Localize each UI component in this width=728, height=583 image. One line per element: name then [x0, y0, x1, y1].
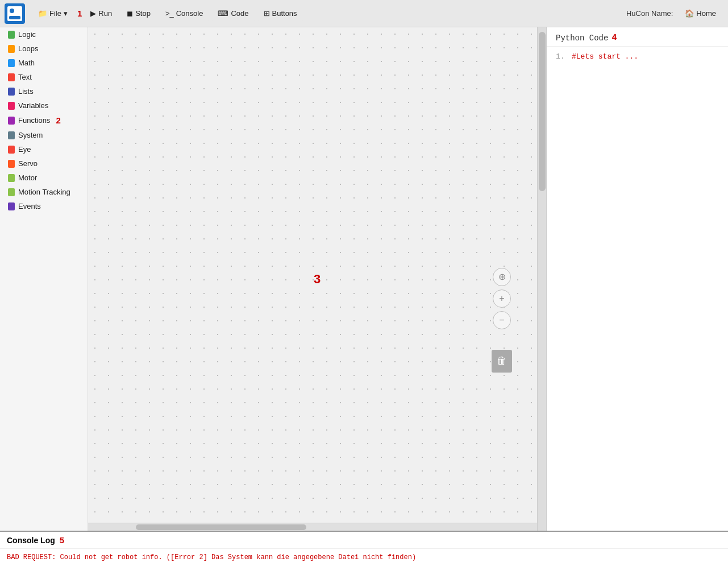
sidebar-label-functions: Functions	[18, 116, 50, 125]
workspace-wrapper: 3 ⊕ + − 🗑	[88, 27, 546, 531]
code-panel: Python Code 4 1. #Lets start ...	[546, 27, 728, 531]
code-line-text-1: #Lets start ...	[572, 52, 638, 61]
sidebar-label-text: Text	[18, 73, 32, 81]
delete-button[interactable]: 🗑	[492, 350, 512, 373]
eye-color	[8, 146, 15, 154]
run-label: Run	[98, 9, 112, 18]
toolbar-num1: 1	[77, 9, 82, 18]
python-code-title: Python Code	[556, 34, 608, 43]
sidebar-label-logic: Logic	[18, 30, 36, 39]
console-label: Console	[176, 9, 203, 18]
zoom-out-icon: −	[499, 315, 504, 325]
sidebar-label-variables: Variables	[18, 101, 48, 110]
sidebar-item-eye[interactable]: Eye	[0, 142, 88, 156]
console-body: BAD REQUEST: Could not get robot info. (…	[0, 549, 728, 583]
home-button[interactable]: 🏠 Home	[677, 6, 723, 21]
buttons-button[interactable]: ⊞ Buttons	[257, 6, 303, 21]
motor-color	[8, 174, 15, 182]
sidebar-item-motion-tracking[interactable]: Motion Tracking	[0, 185, 88, 199]
logic-color	[8, 31, 15, 39]
zoom-in-button[interactable]: +	[493, 290, 511, 308]
code-panel-num4: 4	[611, 33, 617, 43]
bottom-section: Console Log 5 BAD REQUEST: Could not get…	[0, 531, 728, 583]
zoom-in-icon: +	[499, 293, 504, 304]
variables-color	[8, 102, 15, 110]
horizontal-scrollbar-thumb[interactable]	[136, 524, 306, 530]
sidebar-item-lists[interactable]: Lists	[0, 84, 88, 98]
loops-color	[8, 45, 15, 53]
home-icon: 🏠	[685, 9, 694, 18]
sidebar-item-text[interactable]: Text	[0, 70, 88, 84]
center-and-code: 3 ⊕ + − 🗑	[88, 27, 728, 531]
toolbar: 📁 File ▾ 1 ▶ Run ◼ Stop >_ Console ⌨ Cod…	[0, 0, 728, 27]
sidebar-label-system: System	[18, 131, 43, 139]
sidebar-label-loops: Loops	[18, 44, 38, 53]
console-icon: >_	[165, 9, 174, 18]
horizontal-scrollbar[interactable]	[88, 523, 537, 531]
stop-button[interactable]: ◼ Stop	[120, 6, 157, 21]
sidebar-label-events: Events	[18, 202, 41, 210]
code-icon: ⌨	[218, 9, 228, 18]
sidebar-item-servo[interactable]: Servo	[0, 156, 88, 171]
sidebar-item-motor[interactable]: Motor	[0, 171, 88, 185]
sidebar-num2: 2	[56, 115, 60, 125]
console-log-title: Console Log	[7, 536, 55, 545]
code-panel-header: Python Code 4	[547, 27, 728, 47]
code-button[interactable]: ⌨ Code	[211, 6, 255, 21]
events-color	[8, 202, 15, 210]
buttons-label: Buttons	[272, 9, 297, 18]
buttons-icon: ⊞	[264, 9, 270, 18]
sidebar-item-events[interactable]: Events	[0, 199, 88, 213]
system-color	[8, 131, 15, 139]
sidebar-item-logic[interactable]: Logic	[0, 27, 88, 42]
center-view-icon: ⊕	[498, 271, 506, 282]
text-color	[8, 73, 15, 81]
hucon-name-label: HuCon Name:	[626, 9, 673, 18]
file-menu-button[interactable]: 📁 File ▾	[32, 6, 74, 21]
sidebar: Logic Loops Math Text Lists Variables Fu…	[0, 27, 88, 531]
stop-label: Stop	[135, 9, 151, 18]
code-panel-body: 1. #Lets start ...	[547, 47, 728, 531]
vertical-scrollbar[interactable]	[537, 27, 546, 531]
file-dropdown-icon: ▾	[64, 9, 68, 18]
workspace-controls: ⊕ + − 🗑	[493, 268, 512, 373]
code-line-num-1: 1.	[556, 52, 567, 61]
vertical-scrollbar-thumb[interactable]	[539, 32, 546, 191]
file-icon: 📁	[38, 9, 47, 18]
sidebar-label-motion-tracking: Motion Tracking	[18, 188, 70, 196]
motion-tracking-color	[8, 188, 15, 196]
center-view-button[interactable]: ⊕	[493, 268, 511, 286]
sidebar-label-math: Math	[18, 59, 35, 67]
sidebar-label-lists: Lists	[18, 87, 34, 96]
zoom-out-button[interactable]: −	[493, 311, 511, 329]
sidebar-item-loops[interactable]: Loops	[0, 42, 88, 56]
servo-color	[8, 160, 15, 168]
trash-icon: 🗑	[497, 355, 507, 367]
run-icon: ▶	[90, 9, 96, 18]
sidebar-label-eye: Eye	[18, 145, 31, 154]
console-error-text: BAD REQUEST: Could not get robot info. (…	[7, 553, 416, 561]
home-label: Home	[696, 9, 716, 18]
console-button[interactable]: >_ Console	[159, 6, 210, 21]
sidebar-item-system[interactable]: System	[0, 128, 88, 142]
lists-color	[8, 88, 15, 96]
sidebar-label-servo: Servo	[18, 159, 38, 168]
sidebar-label-motor: Motor	[18, 173, 37, 182]
code-line-1: 1. #Lets start ...	[556, 52, 719, 61]
workspace-canvas[interactable]: 3 ⊕ + − 🗑	[88, 27, 546, 531]
sidebar-item-variables[interactable]: Variables	[0, 98, 88, 113]
console-num5: 5	[60, 535, 64, 545]
console-log-header: Console Log 5	[0, 532, 728, 549]
sidebar-item-math[interactable]: Math	[0, 56, 88, 70]
file-label: File	[49, 9, 61, 18]
code-label: Code	[231, 9, 248, 18]
app-logo	[5, 3, 25, 24]
run-button[interactable]: ▶ Run	[84, 6, 118, 21]
sidebar-item-functions[interactable]: Functions 2	[0, 113, 88, 128]
stop-icon: ◼	[127, 9, 133, 18]
main-content: Logic Loops Math Text Lists Variables Fu…	[0, 27, 728, 531]
workspace-num3: 3	[314, 272, 321, 287]
math-color	[8, 59, 15, 67]
functions-color	[8, 117, 15, 125]
